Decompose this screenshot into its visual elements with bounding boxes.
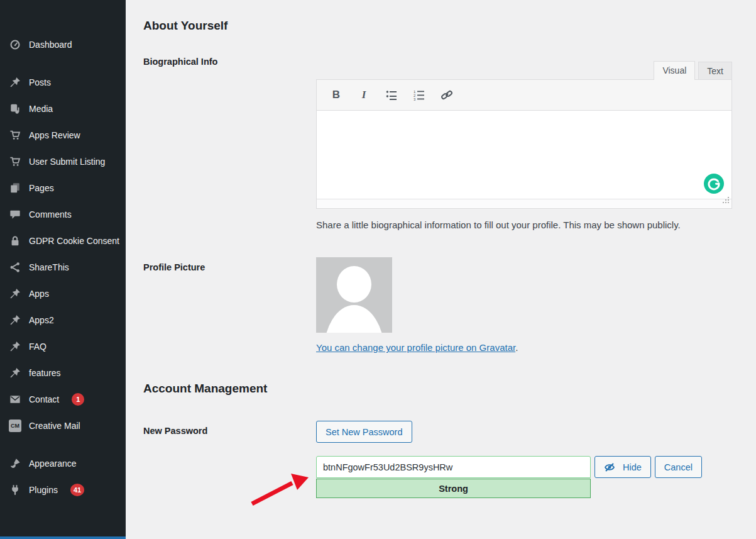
hide-button-label: Hide	[623, 462, 642, 472]
sidebar-item-label: Apps	[29, 286, 49, 301]
numbered-list-button[interactable]: 123	[407, 85, 431, 105]
sidebar-item-user-submit-listing[interactable]: User Submit Listing	[0, 148, 126, 175]
svg-text:3: 3	[414, 97, 416, 101]
profile-picture-row: Profile Picture You can change your prof…	[143, 257, 745, 353]
sidebar-item-label: ShareThis	[29, 260, 69, 275]
sidebar-item-label: Posts	[29, 75, 51, 90]
about-yourself-heading: About Yourself	[143, 19, 745, 33]
gravatar-link[interactable]: You can change your profile picture on G…	[316, 342, 515, 353]
sidebar-item-label: Appearance	[29, 456, 77, 471]
new-password-row: New Password Set New Password	[143, 421, 745, 443]
link-icon	[441, 89, 453, 101]
sidebar-item-plugins[interactable]: Plugins41	[0, 477, 126, 503]
cart-icon	[9, 155, 21, 168]
pin-icon	[9, 340, 21, 353]
brush-icon	[9, 457, 21, 470]
sidebar-item-label: Apps2	[29, 313, 54, 328]
cm-icon: CM	[9, 420, 21, 432]
dashboard-icon	[9, 38, 21, 51]
avatar-silhouette-body	[324, 305, 385, 333]
sidebar-item-label: features	[29, 365, 61, 381]
sidebar-item-apps2[interactable]: Apps2	[0, 307, 126, 333]
sidebar-item-apps-review[interactable]: Apps Review	[0, 122, 126, 148]
sidebar-item-appearance[interactable]: Appearance	[0, 450, 126, 477]
sidebar-item-label: Apps Review	[29, 128, 80, 143]
mail-icon	[9, 393, 21, 406]
sidebar-menu: DashboardPostsMediaApps ReviewUser Submi…	[0, 31, 126, 503]
pin-icon	[9, 76, 21, 89]
sidebar-item-creative-mail[interactable]: CMCreative Mail	[0, 413, 126, 439]
bio-description: Share a little biographical information …	[316, 217, 715, 233]
password-strength-indicator: Strong	[316, 479, 591, 498]
profile-main-content: About Yourself Biographical Info Visual …	[126, 0, 756, 539]
sidebar-item-label: FAQ	[29, 339, 47, 354]
biographical-info-label: Biographical Info	[143, 57, 316, 233]
sidebar-item-contact[interactable]: Contact1	[0, 386, 126, 413]
wordpress-profile-page: DashboardPostsMediaApps ReviewUser Submi…	[0, 0, 756, 539]
profile-picture-label: Profile Picture	[143, 257, 316, 353]
italic-icon: I	[362, 89, 366, 101]
sidebar-item-dashboard[interactable]: Dashboard	[0, 31, 126, 58]
sidebar-item-gdpr-cookie-consent[interactable]: GDPR Cookie Consent	[0, 228, 126, 254]
sidebar-item-label: Plugins	[29, 482, 58, 497]
bio-textarea[interactable]	[317, 111, 731, 199]
bullet-list-icon	[385, 89, 398, 101]
gravatar-line: You can change your profile picture on G…	[316, 342, 518, 353]
share-icon	[9, 261, 21, 274]
sidebar-item-label: Contact	[29, 392, 59, 407]
sidebar-item-faq[interactable]: FAQ	[0, 333, 126, 360]
grammarly-icon[interactable]	[704, 174, 724, 194]
media-icon	[9, 103, 21, 115]
bold-button[interactable]: B	[324, 85, 348, 105]
sidebar-item-pages[interactable]: Pages	[0, 175, 126, 201]
editor-toolbar: BI123	[317, 80, 731, 111]
avatar	[316, 257, 392, 333]
lock-icon	[9, 235, 21, 247]
pin-icon	[9, 367, 21, 379]
comment-icon	[9, 208, 21, 221]
password-controls-row: Strong Hide Cancel	[143, 456, 745, 498]
editor-resize-handle[interactable]	[722, 196, 730, 207]
sidebar-item-label: Media	[29, 101, 53, 116]
sidebar-item-apps[interactable]: Apps	[0, 281, 126, 307]
cart-icon	[9, 129, 21, 142]
account-management-heading: Account Management	[143, 382, 745, 396]
sidebar-item-sharethis[interactable]: ShareThis	[0, 254, 126, 281]
bold-icon: B	[332, 89, 340, 101]
plugin-icon	[9, 484, 21, 496]
set-new-password-button[interactable]: Set New Password	[316, 421, 412, 443]
hide-password-button[interactable]: Hide	[594, 456, 651, 478]
new-password-input[interactable]	[316, 456, 591, 478]
eye-slash-icon	[604, 462, 618, 472]
sidebar-item-posts[interactable]: Posts	[0, 69, 126, 96]
cancel-button[interactable]: Cancel	[655, 456, 702, 478]
tab-text[interactable]: Text	[698, 62, 732, 79]
admin-sidebar: DashboardPostsMediaApps ReviewUser Submi…	[0, 0, 126, 539]
sidebar-item-comments[interactable]: Comments	[0, 201, 126, 228]
sidebar-current-item-bar	[0, 536, 126, 539]
sidebar-item-label: Dashboard	[29, 37, 72, 52]
count-badge: 1	[72, 393, 84, 406]
biographical-info-row: Biographical Info Visual Text BI123	[143, 57, 745, 233]
sidebar-item-label: GDPR Cookie Consent	[29, 233, 119, 248]
sidebar-item-label: User Submit Listing	[29, 154, 105, 169]
password-box: Strong	[316, 456, 591, 498]
pages-icon	[9, 182, 21, 194]
bullet-list-button[interactable]	[380, 85, 403, 105]
link-button[interactable]	[435, 85, 459, 105]
new-password-label: New Password	[143, 421, 316, 443]
bio-editor: Visual Text BI123	[316, 57, 732, 209]
avatar-silhouette-head	[337, 266, 371, 303]
editor-tabs: Visual Text	[316, 57, 732, 79]
tab-visual[interactable]: Visual	[654, 61, 695, 80]
sidebar-item-media[interactable]: Media	[0, 96, 126, 122]
count-badge: 41	[70, 484, 84, 496]
italic-button[interactable]: I	[352, 85, 376, 105]
pin-icon	[9, 314, 21, 326]
editor-statusbar	[317, 199, 731, 208]
sidebar-item-features[interactable]: features	[0, 360, 126, 386]
gravatar-link-suffix: .	[515, 342, 518, 353]
sidebar-item-label: Comments	[29, 207, 72, 222]
numbered-list-icon: 123	[413, 89, 425, 101]
pin-icon	[9, 287, 21, 300]
